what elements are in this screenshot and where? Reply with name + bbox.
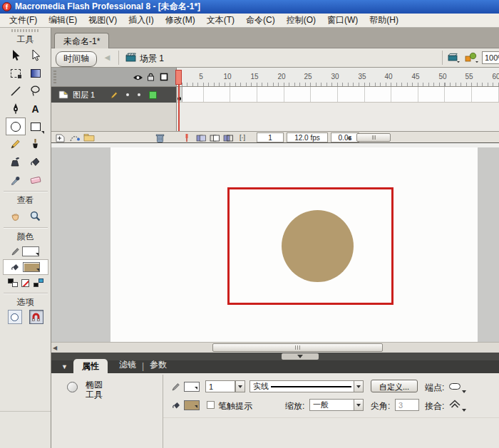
timeline-frame-ruler[interactable]: 5 10 15 20 25 30 35 40 45 50 55 60	[177, 68, 499, 87]
timeline-toggle-button[interactable]: 时间轴	[56, 51, 97, 67]
current-tool-label: 椭圆 工具	[86, 380, 103, 400]
drawn-circle-shape[interactable]	[282, 210, 354, 282]
layer-name-label[interactable]: 图层 1	[73, 90, 95, 100]
tab-parameters[interactable]: 参数	[144, 359, 173, 373]
properties-fill-color-swatch[interactable]	[184, 400, 200, 410]
object-drawing-toggle[interactable]	[8, 310, 22, 324]
tab-properties[interactable]: 属性	[73, 359, 108, 373]
insert-layer-button[interactable]	[55, 133, 66, 142]
ruler-number: 50	[436, 73, 450, 80]
scale-dropdown-arrow[interactable]	[354, 400, 363, 410]
stroke-style-dropdown[interactable]: 实线	[250, 380, 364, 392]
add-motion-guide-button[interactable]	[69, 133, 81, 142]
playhead[interactable]	[175, 70, 182, 85]
scale-dropdown[interactable]: 一般	[309, 399, 364, 411]
gradient-transform-icon	[31, 69, 41, 78]
eyedropper-tool-button[interactable]	[6, 171, 26, 189]
snap-to-objects-toggle[interactable]	[29, 310, 43, 324]
stage-scrollbar-thumb[interactable]	[212, 343, 383, 352]
modify-onion-markers-button[interactable]: [·]	[237, 133, 248, 142]
timeline-scroll-left-arrow[interactable]: ◀	[346, 135, 351, 141]
selection-tool-button[interactable]	[6, 46, 26, 64]
stroke-height-field[interactable]: 1	[205, 380, 235, 392]
custom-stroke-button[interactable]: 自定义...	[371, 380, 418, 392]
ink-bottle-tool-button[interactable]	[6, 153, 26, 171]
stage-pasteboard[interactable]	[51, 143, 499, 342]
menu-view[interactable]: 视图(V)	[83, 13, 122, 28]
menu-insert[interactable]: 插入(I)	[123, 13, 158, 28]
line-tool-button[interactable]	[6, 82, 26, 100]
stroke-style-dropdown-arrow[interactable]	[354, 381, 363, 392]
back-arrow-icon[interactable]: ◄	[103, 52, 112, 63]
black-white-colors-button[interactable]	[8, 278, 18, 287]
cap-style-dropdown-arrow[interactable]	[462, 390, 466, 393]
lasso-tool-button[interactable]	[26, 82, 46, 100]
join-style-dropdown-arrow[interactable]	[462, 409, 466, 412]
pencil-tool-button[interactable]	[6, 135, 26, 153]
edit-multiple-frames-button[interactable]	[222, 133, 234, 142]
layer-outline-color-swatch[interactable]	[149, 91, 157, 99]
paint-bucket-tool-button[interactable]	[26, 153, 46, 171]
center-frame-button[interactable]	[181, 133, 192, 142]
text-tool-button[interactable]: A	[26, 100, 46, 118]
menu-help[interactable]: 帮助(H)	[364, 13, 403, 28]
stroke-color-swatch[interactable]	[22, 246, 39, 256]
ruler-number: 20	[274, 73, 289, 80]
drawn-rectangle-shape[interactable]	[227, 187, 393, 305]
current-frame-field[interactable]: 1	[257, 132, 284, 142]
subselection-tool-button[interactable]	[26, 46, 46, 64]
free-transform-tool-button[interactable]	[6, 64, 26, 82]
tab-filters[interactable]: 滤镜	[113, 359, 142, 373]
show-hide-layers-icon[interactable]	[133, 74, 143, 81]
layer-visibility-dot[interactable]	[126, 93, 129, 96]
onion-skin-button[interactable]	[195, 133, 207, 142]
onion-skin-outlines-button[interactable]	[209, 133, 220, 142]
stroke-hinting-checkbox[interactable]	[207, 401, 215, 409]
pen-tool-button[interactable]	[6, 100, 26, 118]
no-color-button[interactable]	[21, 278, 31, 287]
menu-edit[interactable]: 编辑(E)	[43, 13, 82, 28]
view-section-header: 查看	[0, 193, 51, 207]
properties-collapse-arrow-icon[interactable]: ▼	[61, 363, 68, 370]
swap-colors-button[interactable]	[34, 278, 43, 287]
ruler-number: 30	[328, 73, 342, 80]
stage-zoom-field[interactable]: 100%	[482, 51, 499, 64]
menu-modify[interactable]: 修改(M)	[160, 13, 200, 28]
rectangle-tool-button[interactable]	[26, 118, 46, 135]
properties-stroke-color-swatch[interactable]	[184, 382, 200, 392]
timeline-scrollbar-thumb[interactable]	[356, 133, 391, 142]
title-bar: f Macromedia Flash Professional 8 - [未命名…	[0, 0, 499, 14]
lock-layers-icon[interactable]	[147, 73, 155, 81]
stage-scroll-left-arrow[interactable]: ◀	[53, 345, 57, 351]
stage-horizontal-scrollbar[interactable]: ◀	[51, 342, 499, 353]
miter-field[interactable]: 3	[395, 399, 419, 411]
layer-frames-track[interactable]	[177, 87, 499, 103]
zoom-tool-button[interactable]	[26, 207, 46, 225]
menu-control[interactable]: 控制(O)	[282, 13, 321, 28]
insert-layer-folder-button[interactable]	[83, 133, 95, 142]
brush-tool-button[interactable]	[26, 135, 46, 153]
collapse-properties-button[interactable]	[282, 353, 319, 360]
eraser-tool-button[interactable]	[26, 171, 46, 189]
join-style-icon[interactable]	[449, 400, 461, 408]
frame-rate-field[interactable]: 12.0 fps	[287, 132, 328, 142]
cap-style-icon[interactable]	[449, 383, 461, 390]
outline-layers-icon[interactable]	[160, 73, 168, 81]
menu-text[interactable]: 文本(T)	[202, 13, 240, 28]
stage-canvas[interactable]	[110, 147, 478, 342]
oval-tool-button[interactable]	[6, 118, 26, 135]
fill-color-swatch[interactable]	[23, 262, 40, 272]
layer-lock-dot[interactable]	[138, 93, 140, 96]
edit-scene-button[interactable]	[448, 53, 461, 63]
hand-tool-button[interactable]	[6, 207, 26, 225]
menu-commands[interactable]: 命令(C)	[241, 13, 280, 28]
layer-row[interactable]: 图层 1	[51, 87, 177, 103]
timeline-panel-grip[interactable]	[53, 71, 56, 83]
menu-file[interactable]: 文件(F)	[4, 13, 42, 28]
document-tab[interactable]: 未命名-1*	[54, 33, 109, 48]
delete-layer-trash-button[interactable]	[154, 133, 165, 142]
gradient-transform-tool-button[interactable]	[26, 64, 46, 82]
menu-window[interactable]: 窗口(W)	[322, 13, 363, 28]
stroke-height-slider-button[interactable]	[235, 380, 245, 392]
edit-symbols-button[interactable]	[465, 52, 479, 63]
